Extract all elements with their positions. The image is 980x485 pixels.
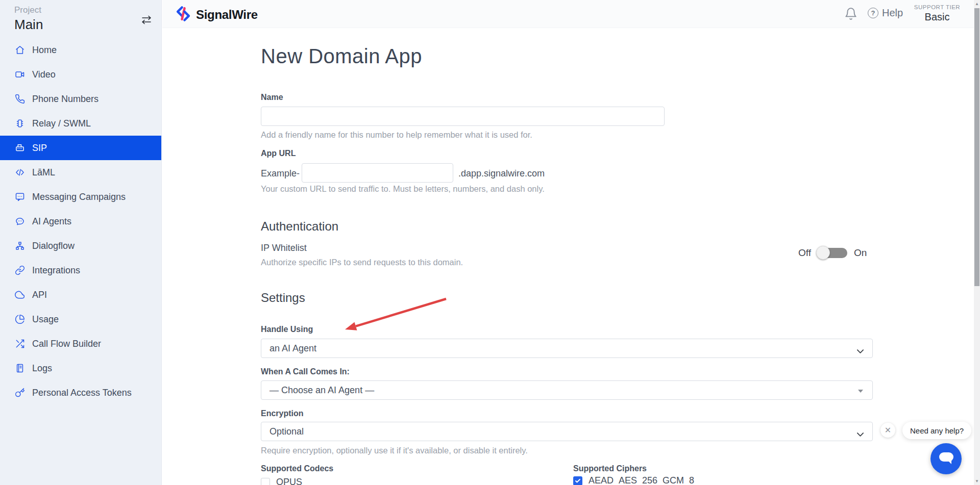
encryption-select[interactable]: Optional: [261, 422, 873, 441]
close-icon: ✕: [885, 425, 891, 435]
chat-tooltip-text: Need any help?: [910, 426, 964, 435]
sidebar-item-api[interactable]: API: [0, 283, 161, 307]
topbar: SignalWire ? Help SUPPORT TIER Basic: [162, 0, 974, 28]
sidebar-item-label: Logs: [32, 363, 52, 374]
chat-launcher-button[interactable]: [930, 443, 962, 474]
sidebar-item-label: SIP: [32, 143, 47, 154]
sidebar-item-label: Relay / SWML: [32, 118, 91, 129]
opus-checkbox[interactable]: [261, 478, 270, 485]
code-icon: [14, 167, 26, 178]
phone-icon: [14, 93, 26, 105]
sidebar-item-label: Video: [32, 69, 56, 80]
support-tier-label: SUPPORT TIER: [909, 4, 966, 10]
chevron-down-icon: [856, 429, 864, 440]
sidebar-item-messaging-campaigns[interactable]: Messaging Campaigns: [0, 185, 161, 209]
notifications-bell-icon[interactable]: [844, 7, 857, 20]
shuffle-icon: [14, 338, 26, 349]
swap-arrows-icon[interactable]: [141, 15, 152, 24]
home-icon: [14, 44, 26, 56]
sidebar-item-logs[interactable]: Logs: [0, 356, 161, 380]
chat-bubble-icon: [938, 450, 954, 468]
scrollbar[interactable]: ▲ ▼: [974, 0, 980, 485]
project-name: Main: [14, 17, 161, 33]
aead-checkbox[interactable]: [573, 476, 582, 485]
help-icon: ?: [868, 8, 878, 18]
sidebar-item-label: Integrations: [32, 265, 80, 276]
encryption-label: Encryption: [261, 409, 304, 418]
ip-whitelist-label: IP Whitelist: [261, 243, 307, 253]
scroll-up-icon[interactable]: ▲: [974, 2, 980, 6]
sidebar-item-relay-swml[interactable]: Relay / SWML: [0, 111, 161, 136]
sidebar-item-dialogflow[interactable]: Dialogflow: [0, 234, 161, 258]
sidebar-item-label: Home: [32, 45, 57, 56]
brand-logo[interactable]: SignalWire: [176, 6, 258, 24]
help-label: Help: [882, 7, 903, 19]
annotation-arrow: [341, 295, 453, 338]
authentication-heading: Authentication: [261, 219, 338, 234]
sidebar-item-label: LāML: [32, 167, 55, 178]
book-icon: [14, 363, 26, 374]
sidebar-item-label: Phone Numbers: [32, 94, 99, 105]
sidebar-item-label: API: [32, 290, 47, 300]
sidebar-item-integrations[interactable]: Integrations: [0, 258, 161, 283]
sidebar-item-label: Usage: [32, 314, 59, 325]
toggle-knob[interactable]: [816, 246, 830, 260]
ip-whitelist-toggle-row: Off On: [798, 247, 867, 259]
main-content: New Domain App Name Add a friendly name …: [162, 28, 974, 485]
handle-using-label: Handle Using: [261, 325, 313, 334]
sidebar-item-label: AI Agents: [32, 216, 71, 227]
sidebar-item-label: Dialogflow: [32, 241, 75, 251]
app-root: Project Main HomeVideoPhone NumbersRelay…: [0, 0, 980, 485]
project-label: Project: [14, 5, 161, 15]
sitemap-icon: [14, 240, 26, 251]
sidebar-item-call-flow-builder[interactable]: Call Flow Builder: [0, 331, 161, 356]
handle-using-select[interactable]: an AI Agent: [261, 339, 873, 358]
chip-icon: [14, 118, 26, 129]
app-url-input[interactable]: [302, 163, 453, 183]
handle-using-value: an AI Agent: [270, 343, 316, 354]
supported-codecs-label: Supported Codecs: [261, 464, 333, 473]
sidebar: Project Main HomeVideoPhone NumbersRelay…: [0, 0, 162, 485]
message-icon: [14, 191, 26, 202]
when-call-comes-in-select[interactable]: — Choose an AI Agent —: [261, 380, 873, 400]
sidebar-item-ai-agents[interactable]: AI Agents: [0, 209, 161, 234]
supported-ciphers-label: Supported Ciphers: [573, 464, 647, 473]
scrollbar-thumb[interactable]: [974, 8, 979, 286]
chat-dismiss-button[interactable]: ✕: [880, 423, 895, 438]
ip-whitelist-toggle[interactable]: [818, 248, 847, 258]
support-tier: SUPPORT TIER Basic: [909, 4, 966, 23]
cloud-icon: [14, 289, 26, 300]
name-input[interactable]: [261, 107, 665, 126]
sidebar-item-label: Call Flow Builder: [32, 339, 101, 349]
cipher-option-row: AEAD_AES_256_GCM_8: [573, 475, 694, 485]
codec-option-row: OPUS: [261, 477, 302, 485]
when-call-comes-in-value: — Choose an AI Agent —: [270, 385, 374, 396]
scroll-down-icon[interactable]: ▼: [974, 479, 980, 483]
toggle-on-label: On: [854, 247, 867, 259]
chat-icon: [14, 216, 26, 227]
sidebar-item-label: Messaging Campaigns: [32, 192, 126, 202]
video-icon: [14, 69, 26, 80]
app-url-label: App URL: [261, 149, 296, 158]
help-button[interactable]: ? Help: [868, 7, 903, 19]
sidebar-item-phone-numbers[interactable]: Phone Numbers: [0, 87, 161, 111]
when-call-comes-in-label: When A Call Comes In:: [261, 367, 350, 376]
sidebar-item-laml[interactable]: LāML: [0, 160, 161, 185]
project-switcher: Project Main: [0, 0, 161, 35]
page-title: New Domain App: [261, 45, 422, 68]
link-icon: [14, 265, 26, 276]
name-helper: Add a friendly name for this number to h…: [261, 130, 532, 140]
chevron-down-icon: [856, 346, 864, 356]
sidebar-item-video[interactable]: Video: [0, 62, 161, 87]
sidebar-item-usage[interactable]: Usage: [0, 307, 161, 331]
sidebar-item-sip[interactable]: SIP: [0, 136, 161, 160]
encryption-helper: Require encryption, optionally use it if…: [261, 446, 528, 455]
name-label: Name: [261, 93, 283, 102]
ip-whitelist-helper: Authorize specific IPs to send requests …: [261, 258, 463, 267]
encryption-value: Optional: [270, 426, 304, 437]
sidebar-item-home[interactable]: Home: [0, 38, 161, 62]
support-tier-value: Basic: [909, 11, 966, 23]
app-url-prefix: Example-: [261, 168, 300, 179]
sidebar-item-personal-access-tokens[interactable]: Personal Access Tokens: [0, 380, 161, 405]
chat-tooltip[interactable]: Need any help?: [902, 422, 971, 439]
